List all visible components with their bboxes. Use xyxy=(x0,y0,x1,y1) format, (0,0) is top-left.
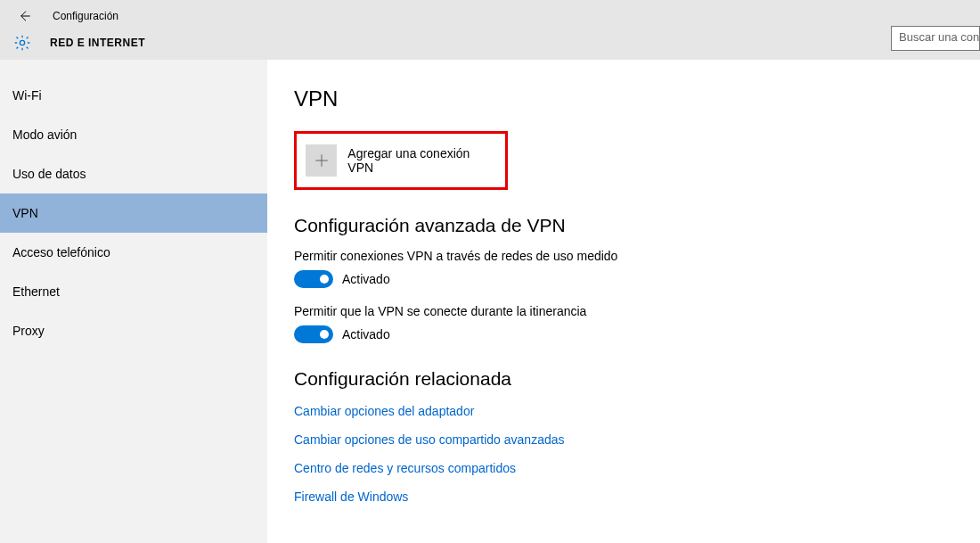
related-section: Configuración relacionada Cambiar opcion… xyxy=(294,368,962,504)
link-network-center[interactable]: Centro de redes y recursos compartidos xyxy=(294,461,962,475)
toggle-desc-metered: Permitir conexiones VPN a través de rede… xyxy=(294,249,962,263)
toggle-control-metered: Activado xyxy=(294,270,962,288)
toggle-control-roaming: Activado xyxy=(294,325,962,343)
add-vpn-button[interactable]: Agregar una conexión VPN xyxy=(294,131,508,190)
header-top: Configuración xyxy=(0,0,980,27)
main-panel: VPN Agregar una conexión VPN Configuraci… xyxy=(267,60,980,543)
toggle-roaming[interactable] xyxy=(294,325,333,343)
section-title: RED E INTERNET xyxy=(50,37,145,49)
toggle-desc-roaming: Permitir que la VPN se conecte durante l… xyxy=(294,304,962,318)
window-title: Configuración xyxy=(53,10,118,22)
toggle-state-roaming: Activado xyxy=(342,327,390,341)
back-arrow-icon[interactable] xyxy=(15,7,33,25)
toggle-state-metered: Activado xyxy=(342,272,390,286)
toggle-metered[interactable] xyxy=(294,270,333,288)
link-sharing-options[interactable]: Cambiar opciones de uso compartido avanz… xyxy=(294,432,962,447)
advanced-heading: Configuración avanzada de VPN xyxy=(294,215,962,236)
header: Configuración RED E INTERNET Buscar una … xyxy=(0,0,980,60)
toggle-row-roaming: Permitir que la VPN se conecte durante l… xyxy=(294,304,962,343)
gear-icon xyxy=(12,33,32,53)
plus-icon xyxy=(306,144,337,177)
sidebar-item-wifi[interactable]: Wi-Fi xyxy=(0,76,267,115)
add-vpn-label: Agregar una conexión VPN xyxy=(347,146,496,175)
related-heading: Configuración relacionada xyxy=(294,368,962,390)
content: Wi-Fi Modo avión Uso de datos VPN Acceso… xyxy=(0,60,980,543)
link-adapter-options[interactable]: Cambiar opciones del adaptador xyxy=(294,404,962,418)
page-title: VPN xyxy=(294,86,962,111)
search-input[interactable]: Buscar una conf xyxy=(891,26,980,51)
sidebar-item-airplane[interactable]: Modo avión xyxy=(0,115,267,154)
sidebar-item-vpn[interactable]: VPN xyxy=(0,193,267,233)
sidebar-item-proxy[interactable]: Proxy xyxy=(0,311,267,350)
svg-point-0 xyxy=(20,40,24,45)
header-bottom: RED E INTERNET Buscar una conf xyxy=(0,27,980,59)
sidebar-item-datausage[interactable]: Uso de datos xyxy=(0,154,267,193)
sidebar: Wi-Fi Modo avión Uso de datos VPN Acceso… xyxy=(0,60,267,543)
sidebar-item-dialup[interactable]: Acceso telefónico xyxy=(0,233,267,272)
sidebar-item-ethernet[interactable]: Ethernet xyxy=(0,272,267,311)
link-firewall[interactable]: Firewall de Windows xyxy=(294,490,962,504)
toggle-row-metered: Permitir conexiones VPN a través de rede… xyxy=(294,249,962,288)
